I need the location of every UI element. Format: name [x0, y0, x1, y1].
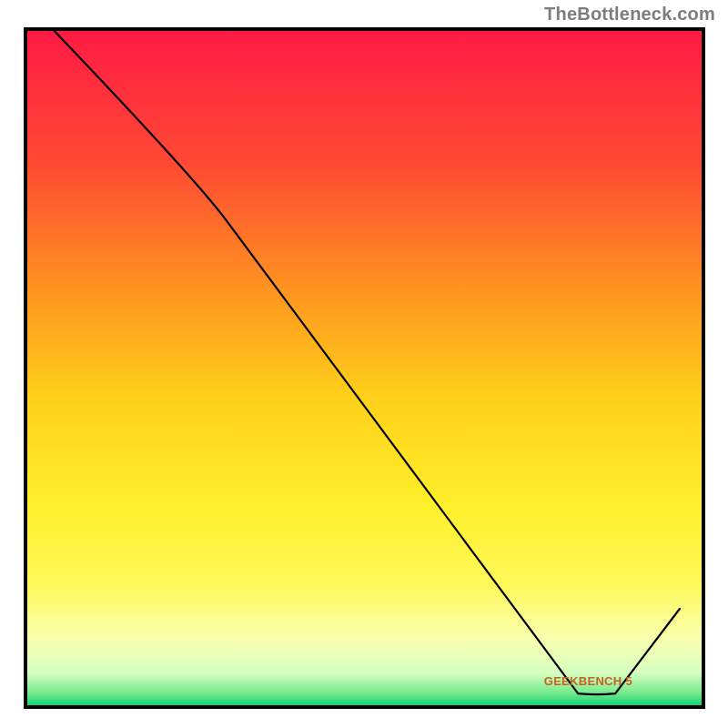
- chart-container: TheBottleneck.com GEEKBENCH 5: [0, 0, 728, 728]
- line-chart: GEEKBENCH 5: [0, 0, 728, 728]
- plot-background: [25, 29, 703, 707]
- series-label: GEEKBENCH 5: [544, 674, 632, 688]
